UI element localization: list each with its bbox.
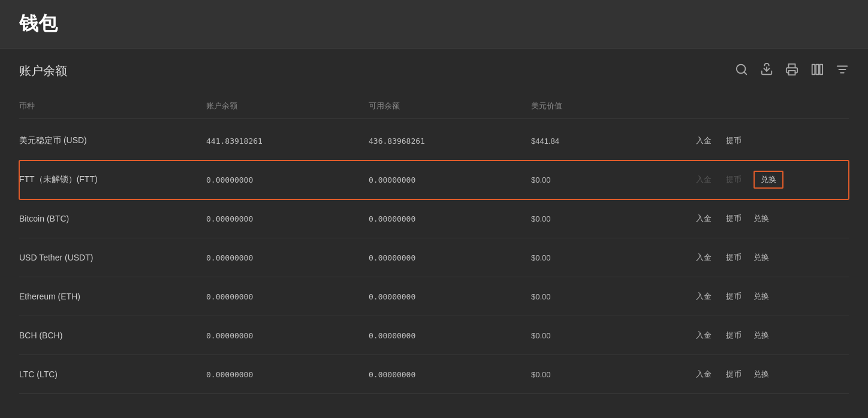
svg-rect-6	[816, 65, 819, 75]
download-icon[interactable]	[760, 63, 773, 79]
table-row: 美元稳定币 (USD) 441.83918261 436.83968261 $4…	[19, 122, 849, 160]
available-value: 436.83968261	[361, 127, 524, 155]
section-header: 账户余额	[19, 63, 849, 79]
withdraw-button[interactable]: 提币	[724, 329, 744, 342]
available-value: 0.00000000	[361, 283, 524, 311]
print-icon[interactable]	[785, 63, 798, 79]
currency-name: Ethereum (ETH)	[19, 282, 199, 311]
exchange-button[interactable]: 兑换	[754, 213, 769, 224]
table-header: 币种 账户余额 可用余额 美元价值	[19, 93, 849, 119]
balance-value: 0.00000000	[199, 283, 361, 311]
usd-value: $0.00	[524, 166, 686, 194]
svg-rect-7	[820, 65, 823, 75]
main-content: 账户余额	[0, 49, 868, 408]
deposit-button[interactable]: 入金	[694, 212, 714, 225]
exchange-button[interactable]: 兑换	[754, 171, 783, 189]
deposit-button[interactable]: 入金	[694, 134, 714, 147]
columns-icon[interactable]	[810, 63, 824, 79]
balance-value: 0.00000000	[199, 166, 361, 194]
deposit-button[interactable]: 入金	[694, 251, 714, 264]
col-header-available: 可用余额	[361, 98, 524, 114]
row-actions: 入金 提币 兑换	[686, 280, 849, 313]
table-row: FTT（未解锁）(FTT) 0.00000000 0.00000000 $0.0…	[19, 160, 849, 199]
deposit-button[interactable]: 入金	[694, 329, 714, 342]
currency-name: FTT（未解锁）(FTT)	[19, 165, 199, 195]
row-actions: 入金 提币 兑换	[686, 358, 849, 390]
search-icon[interactable]	[735, 63, 748, 79]
available-value: 0.00000000	[361, 322, 524, 350]
withdraw-button[interactable]: 提币	[724, 212, 744, 225]
usd-value: $0.00	[524, 205, 686, 233]
currency-name: 美元稳定币 (USD)	[19, 126, 199, 156]
exchange-button[interactable]: 兑换	[754, 252, 769, 263]
col-header-usd: 美元价值	[524, 98, 686, 114]
row-actions: 入金 提币	[686, 125, 849, 157]
deposit-button[interactable]: 入金	[694, 290, 714, 303]
usd-value: $0.00	[524, 283, 686, 311]
available-value: 0.00000000	[361, 205, 524, 233]
page-title: 钱包	[19, 11, 849, 37]
balance-value: 0.00000000	[199, 322, 361, 350]
withdraw-button[interactable]: 提币	[724, 290, 744, 303]
table-row: Bitcoin (BTC) 0.00000000 0.00000000 $0.0…	[19, 199, 849, 238]
available-value: 0.00000000	[361, 244, 524, 272]
usd-value: $0.00	[524, 361, 686, 389]
row-actions: 入金 提币 兑换	[686, 202, 849, 235]
col-header-actions	[686, 98, 849, 114]
toolbar	[735, 63, 849, 79]
svg-rect-4	[789, 71, 795, 75]
row-actions: 入金 提币 兑换	[686, 241, 849, 274]
balance-value: 0.00000000	[199, 205, 361, 233]
col-header-currency: 币种	[19, 98, 199, 114]
table-row: USD Tether (USDT) 0.00000000 0.00000000 …	[19, 238, 849, 277]
col-header-balance: 账户余额	[199, 98, 361, 114]
available-value: 0.00000000	[361, 361, 524, 389]
row-actions: 入金 提币 兑换	[686, 319, 849, 352]
balance-table: 币种 账户余额 可用余额 美元价值 美元稳定币 (USD) 441.839182…	[19, 93, 849, 394]
usd-value: $441.84	[524, 127, 686, 155]
withdraw-button: 提币	[724, 173, 744, 186]
usd-value: $0.00	[524, 244, 686, 272]
exchange-button[interactable]: 兑换	[754, 291, 769, 302]
table-row: LTC (LTC) 0.00000000 0.00000000 $0.00 入金…	[19, 355, 849, 394]
deposit-button: 入金	[694, 173, 714, 186]
row-actions: 入金 提币 兑换	[686, 161, 849, 198]
filter-icon[interactable]	[836, 63, 849, 79]
currency-name: BCH (BCH)	[19, 321, 199, 350]
svg-rect-5	[812, 65, 815, 75]
withdraw-button[interactable]: 提币	[724, 251, 744, 264]
balance-value: 441.83918261	[199, 127, 361, 155]
usd-value: $0.00	[524, 322, 686, 350]
section-title: 账户余额	[19, 63, 67, 79]
currency-name: Bitcoin (BTC)	[19, 204, 199, 233]
currency-name: USD Tether (USDT)	[19, 243, 199, 272]
balance-value: 0.00000000	[199, 361, 361, 389]
exchange-button[interactable]: 兑换	[754, 330, 769, 341]
deposit-button[interactable]: 入金	[694, 368, 714, 381]
table-row: Ethereum (ETH) 0.00000000 0.00000000 $0.…	[19, 277, 849, 316]
exchange-button[interactable]: 兑换	[754, 369, 769, 380]
withdraw-button[interactable]: 提币	[724, 368, 744, 381]
svg-line-1	[744, 72, 746, 74]
page-header: 钱包	[0, 0, 868, 49]
currency-name: LTC (LTC)	[19, 360, 199, 389]
withdraw-button[interactable]: 提币	[724, 134, 744, 147]
table-row: BCH (BCH) 0.00000000 0.00000000 $0.00 入金…	[19, 316, 849, 355]
balance-value: 0.00000000	[199, 244, 361, 272]
available-value: 0.00000000	[361, 166, 524, 194]
